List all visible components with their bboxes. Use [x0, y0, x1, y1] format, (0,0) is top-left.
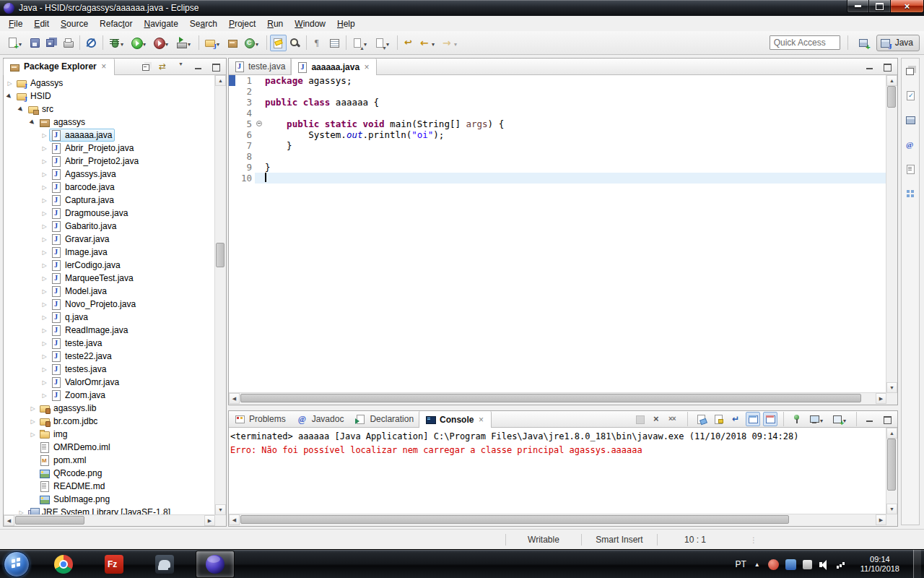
minimize-view-button[interactable] — [863, 412, 877, 426]
save-all-button[interactable] — [43, 35, 60, 51]
tree-item-gabarito-java[interactable]: Gabarito.java — [4, 220, 215, 233]
console-horizontal-scrollbar[interactable] — [229, 514, 886, 526]
tree-item-qrcode-png[interactable]: QRcode.png — [4, 467, 215, 480]
chrome-taskbar-button[interactable] — [44, 551, 83, 578]
tree-item-subimage-png[interactable]: SubImage.png — [4, 493, 215, 506]
print-button[interactable] — [60, 35, 77, 51]
tree-item-teste-java[interactable]: teste.java — [4, 337, 215, 350]
expand-arrow-icon[interactable] — [40, 314, 49, 321]
code-text[interactable] — [265, 173, 886, 184]
menu-project[interactable]: Project — [223, 17, 261, 30]
scroll-right-icon[interactable] — [876, 514, 886, 525]
tree-item-q-java[interactable]: q.java — [4, 311, 215, 324]
tree-item-pom-xml[interactable]: pom.xml — [4, 454, 215, 467]
close-tab-icon[interactable] — [362, 62, 371, 72]
new-wizard-button[interactable] — [4, 34, 27, 51]
expand-arrow-icon[interactable] — [40, 223, 49, 230]
new-java-project-button[interactable] — [202, 34, 225, 51]
scroll-up-icon[interactable] — [215, 75, 226, 86]
new-package-button[interactable] — [225, 35, 241, 51]
scroll-right-icon[interactable] — [204, 515, 215, 526]
tree-item-zoom-java[interactable]: Zoom.java — [4, 389, 215, 402]
device-icon[interactable] — [803, 560, 812, 569]
tree-item-aaaaaa-java[interactable]: aaaaaa.java — [4, 129, 215, 142]
menu-window[interactable]: Window — [289, 17, 331, 30]
tab-javadoc[interactable]: Javadoc — [292, 411, 350, 427]
forward-button[interactable] — [440, 34, 462, 51]
restore-pane-button[interactable] — [902, 63, 918, 79]
tree-item-br-com-jdbc[interactable]: br.com.jdbc — [4, 415, 215, 428]
scroll-down-icon[interactable] — [886, 504, 897, 514]
open-perspective-button[interactable] — [855, 35, 872, 51]
external-tools-button[interactable] — [173, 34, 196, 51]
menu-file[interactable]: File — [3, 17, 28, 30]
scroll-right-icon[interactable] — [876, 393, 886, 404]
tab-console[interactable]: Console — [419, 411, 492, 428]
tree-item-barcode-java[interactable]: barcode.java — [4, 181, 215, 194]
tree-item-valoromr-java[interactable]: ValorOmr.java — [4, 376, 215, 389]
window-view-button[interactable] — [902, 112, 918, 128]
scrollbar-thumb[interactable] — [15, 516, 84, 525]
tree-item-abrir-projeto2-java[interactable]: Abrir_Projeto2.java — [4, 155, 215, 168]
menu-help[interactable]: Help — [331, 17, 361, 30]
back-button[interactable] — [417, 34, 440, 51]
show-whitespace-button[interactable] — [310, 35, 326, 51]
tree-item-novo-projeto-java[interactable]: Novo_Projeto.java — [4, 298, 215, 311]
collapse-arrow-icon[interactable] — [17, 106, 26, 113]
expand-arrow-icon[interactable] — [40, 379, 49, 386]
coverage-button[interactable] — [151, 34, 173, 51]
menu-run[interactable]: Run — [261, 17, 289, 30]
debug-button[interactable] — [106, 34, 128, 51]
scroll-down-icon[interactable] — [886, 382, 897, 393]
code-text[interactable]: } — [265, 162, 886, 173]
pin-console-button[interactable] — [790, 412, 804, 426]
expand-arrow-icon[interactable] — [40, 340, 49, 347]
expand-arrow-icon[interactable] — [40, 392, 49, 399]
expand-arrow-icon[interactable] — [40, 236, 49, 243]
explorer-vertical-scrollbar[interactable] — [214, 75, 226, 515]
display-selected-console-button[interactable] — [807, 411, 827, 427]
tree-item-marqueetest-java[interactable]: MarqueeTest.java — [4, 272, 215, 285]
tab-problems[interactable]: Problems — [229, 411, 292, 427]
expand-arrow-icon[interactable] — [40, 145, 49, 152]
tree-item-abrir-projeto-java[interactable]: Abrir_Projeto.java — [4, 142, 215, 155]
code-text[interactable]: package agassys; — [265, 75, 886, 86]
scrollbar-thumb[interactable] — [240, 515, 789, 524]
tree-item-agassys[interactable]: agassys — [4, 116, 215, 129]
tree-item-captura-java[interactable]: Captura.java — [4, 194, 215, 207]
minimize-view-button[interactable] — [863, 59, 877, 74]
save-button[interactable] — [27, 35, 43, 51]
last-edit-location-button[interactable] — [401, 35, 417, 51]
code-text[interactable] — [265, 108, 886, 118]
tree-item-agassys-lib[interactable]: agassys.lib — [4, 402, 215, 415]
tree-item-omrdemo-iml[interactable]: OMRDemo.iml — [4, 441, 215, 454]
scroll-left-icon[interactable] — [4, 515, 14, 526]
close-view-icon[interactable] — [100, 61, 108, 72]
expand-arrow-icon[interactable] — [28, 431, 38, 438]
expand-arrow-icon[interactable] — [40, 210, 49, 217]
tree-item-teste22-java[interactable]: teste22.java — [4, 350, 215, 363]
search-button[interactable] — [287, 35, 303, 51]
maximize-view-button[interactable] — [209, 59, 223, 74]
hidden-icons-chevron[interactable]: ▲ — [754, 561, 760, 568]
mark-occurrences-button[interactable] — [270, 35, 287, 51]
editor-horizontal-scrollbar[interactable] — [229, 392, 886, 405]
show-desktop-button[interactable] — [913, 550, 921, 578]
filezilla-taskbar-button[interactable] — [95, 551, 134, 578]
tree-item-readimage-java[interactable]: ReadImage.java — [4, 324, 215, 337]
console-output[interactable]: <terminated> aaaaaa [Java Application] C… — [229, 428, 886, 514]
start-button[interactable] — [4, 551, 30, 577]
tree-item-image-java[interactable]: Image.java — [4, 246, 215, 259]
window-close-button[interactable]: × — [890, 0, 924, 13]
scroll-left-icon[interactable] — [229, 393, 240, 404]
network-icon[interactable] — [836, 559, 847, 570]
menu-search[interactable]: Search — [184, 17, 223, 30]
menu-refactor[interactable]: Refactor — [94, 17, 138, 30]
task-list-button[interactable] — [902, 87, 918, 103]
tree-item-readme-md[interactable]: README.md — [4, 480, 215, 493]
open-console-button[interactable] — [830, 411, 850, 427]
tree-item-gravar-java[interactable]: Gravar.java — [4, 233, 215, 246]
maximize-view-button[interactable] — [880, 59, 894, 74]
fold-collapse-icon[interactable] — [256, 121, 262, 126]
show-on-stderr-button[interactable] — [763, 412, 777, 426]
